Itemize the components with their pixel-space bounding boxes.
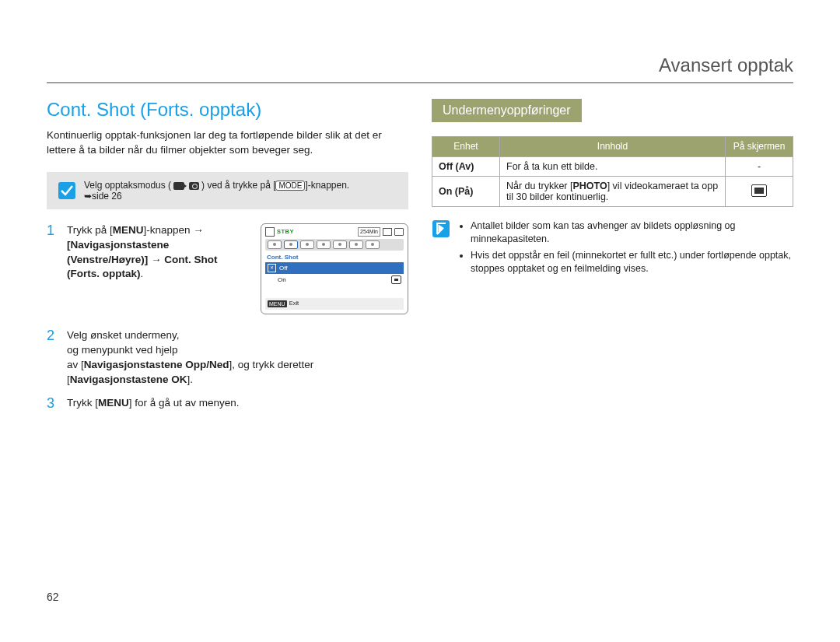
step-2: 2 Velg ønsket undermeny, og menypunkt ve… [47, 328, 408, 388]
col-innhold: Innhold [500, 137, 726, 157]
step-number: 1 [47, 223, 58, 319]
check-icon [58, 181, 76, 200]
menu-exit-row: MENU Exit [265, 298, 404, 310]
battery-icon [394, 228, 404, 236]
col-skjerm: På skjermen [726, 137, 793, 157]
cont-shot-icon [751, 184, 767, 197]
time-counter: 254Min [358, 227, 380, 237]
tip-item: Antallet bilder som kan tas avhenger av … [471, 219, 793, 246]
step-list: 1 STBY 254Min [47, 223, 408, 412]
tab-icon [300, 240, 314, 249]
photo-mode-icon [189, 182, 199, 190]
step-3: 3 Trykk [MENU] for å gå ut av menyen. [47, 396, 408, 412]
table-row: On (På) Når du trykker [PHOTO] vil video… [432, 177, 793, 207]
cont-shot-icon [391, 275, 401, 284]
sd-icon [265, 227, 275, 237]
menu-option-on: On [265, 274, 404, 286]
section-title: Cont. Shot (Forts. opptak) [47, 99, 408, 121]
tab-icon [317, 240, 331, 249]
tip-box: Antallet bilder som kan tas avhenger av … [432, 219, 793, 279]
stby-label: STBY [277, 228, 294, 237]
menu-title: Cont. Shot [265, 252, 404, 262]
mode-note: Velg opptaksmodus ( ) ved å trykke på [M… [47, 172, 408, 209]
header-title: Avansert opptak [659, 54, 793, 75]
tab-icon [349, 240, 363, 249]
right-column: Undermenyoppføringer Enhet Innhold På sk… [432, 99, 793, 421]
tab-icon-active [284, 240, 298, 249]
svg-rect-0 [58, 182, 75, 199]
step-number: 2 [47, 328, 58, 388]
intro-text: Kontinuerlig opptak-funksjonen lar deg t… [47, 128, 408, 158]
page-header: Avansert opptak [47, 54, 793, 83]
left-column: Cont. Shot (Forts. opptak) Kontinuerlig … [47, 99, 408, 421]
submenu-table: Enhet Innhold På skjermen Off (Av) For å… [432, 136, 793, 207]
tab-icon [366, 240, 380, 249]
step-1: 1 STBY 254Min [47, 223, 408, 319]
camera-screen: STBY 254Min [261, 223, 408, 314]
video-mode-icon [173, 182, 184, 190]
card-icon [383, 228, 392, 236]
page-reference: ➥side 26 [84, 191, 122, 202]
menu-tabs [265, 239, 404, 251]
col-enhet: Enhet [432, 137, 500, 157]
table-row: Off (Av) For å ta kun ett bilde. - [432, 157, 793, 177]
mode-button-label: MODE [275, 181, 305, 191]
tab-icon [268, 240, 282, 249]
step-number: 3 [47, 396, 58, 412]
note-icon [432, 219, 450, 279]
page-number: 62 [47, 591, 59, 603]
off-glyph-icon: ✕ [268, 264, 276, 272]
menu-option-off: ✕ Off [265, 262, 404, 274]
tip-item: Hvis det oppstår en feil (minnekortet er… [471, 249, 793, 275]
mode-note-text: Velg opptaksmodus ( ) ved å trykke på [M… [84, 180, 349, 202]
submenu-header: Undermenyoppføringer [432, 99, 582, 122]
menu-chip: MENU [268, 300, 287, 308]
tab-icon [333, 240, 347, 249]
